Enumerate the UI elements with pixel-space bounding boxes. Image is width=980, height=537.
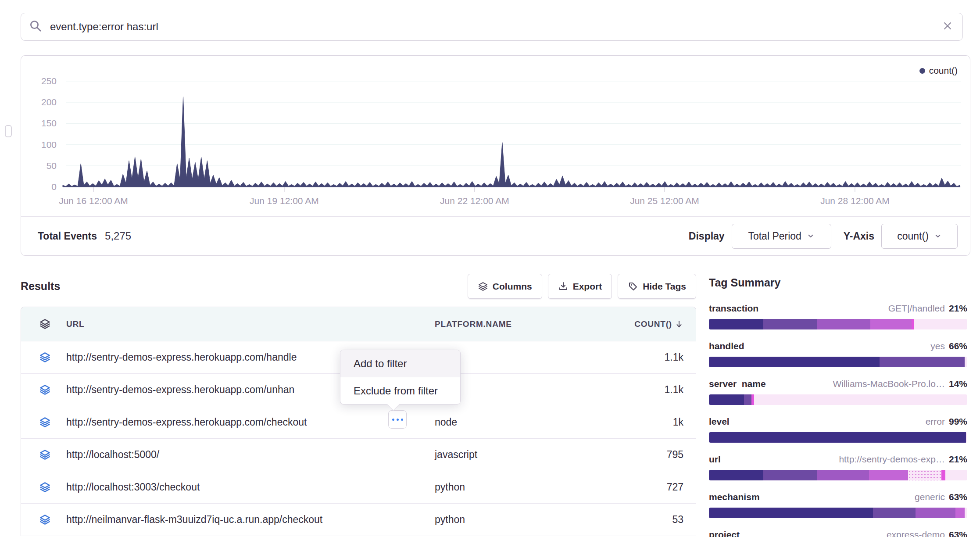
tag-bar-segment[interactable] (870, 319, 912, 329)
tag-bar-segment[interactable] (914, 319, 967, 329)
tag-bar-segment[interactable] (709, 508, 873, 518)
cell-platform[interactable]: javascript (435, 439, 477, 471)
tag-bar-segment[interactable] (709, 319, 763, 329)
tag-bar-segment[interactable] (916, 508, 955, 518)
tag-top-value: generic (915, 492, 945, 502)
table-row[interactable]: http://localhost:3003/checkoutpython727 (21, 471, 696, 503)
tag-bar-segment[interactable] (744, 394, 752, 405)
tag-bar-segment[interactable] (817, 470, 869, 480)
column-header-platform[interactable]: PLATFORM.NAME (435, 307, 512, 341)
cell-count[interactable]: 53 (672, 504, 683, 536)
tag-distribution-bar[interactable] (709, 470, 967, 480)
cell-url[interactable]: http://localhost:5000/ (66, 439, 159, 471)
tag-top-percent: 21% (949, 303, 967, 314)
tag-bar-segment[interactable] (955, 508, 965, 518)
stack-icon (478, 281, 488, 292)
tag-bar-segment[interactable] (941, 470, 945, 480)
layers-icon (39, 384, 51, 397)
table-header-row: URL PLATFORM.NAME COUNT() (21, 307, 696, 341)
events-area-chart[interactable] (62, 71, 961, 193)
tag-distribution-bar[interactable] (709, 394, 967, 405)
cell-count[interactable]: 1k (673, 406, 683, 438)
cell-count[interactable]: 1.1k (665, 341, 683, 373)
tag-top-value: yes (930, 341, 945, 351)
tag-distribution-bar[interactable] (709, 432, 967, 443)
tag-bar-segment[interactable] (966, 432, 967, 443)
total-events-value: 5,275 (105, 230, 131, 242)
panel-resize-handle[interactable] (5, 125, 12, 137)
cell-url[interactable]: http://sentry-demos-express.herokuapp.co… (66, 341, 297, 373)
cell-platform[interactable]: node (435, 406, 457, 438)
cell-url[interactable]: http://sentry-demos-express.herokuapp.co… (66, 406, 307, 438)
cell-platform[interactable]: python (435, 471, 465, 503)
columns-button[interactable]: Columns (468, 274, 542, 299)
display-dropdown[interactable]: Total Period (732, 224, 831, 249)
tag-bar-segment[interactable] (709, 432, 966, 443)
tag-top-value: http://sentry-demos-exp… (839, 454, 945, 465)
tag-bar-segment[interactable] (880, 357, 965, 367)
x-axis-tick-label: Jun 16 12:00 AM (36, 195, 150, 207)
tag-bar-segment[interactable] (908, 470, 942, 480)
tag-distribution-bar[interactable] (709, 357, 967, 367)
hide-tags-button[interactable]: Hide Tags (618, 274, 696, 299)
cell-count[interactable]: 727 (667, 471, 683, 503)
x-axis-tick-label: Jun 28 12:00 AM (798, 195, 912, 207)
display-dropdown-value: Total Period (748, 230, 801, 242)
cell-actions-button[interactable] (388, 410, 407, 429)
x-axis-tick-label: Jun 22 12:00 AM (418, 195, 532, 207)
table-row[interactable]: http://sentry-demos-express.herokuapp.co… (21, 406, 696, 438)
tag-top-value: express-demo (887, 530, 945, 537)
tag-bar-segment[interactable] (965, 508, 967, 518)
layers-icon (39, 514, 51, 527)
column-header-count[interactable]: COUNT() (634, 307, 683, 341)
tag-bar-segment[interactable] (763, 470, 818, 480)
cell-url[interactable]: http://sentry-demos-express.herokuapp.co… (66, 374, 294, 406)
events-chart-panel: count() Total Events 5,275 Display Total… (21, 55, 970, 256)
tag-bar-segment[interactable] (763, 319, 818, 329)
tag-distribution-bar[interactable] (709, 508, 967, 518)
yaxis-dropdown[interactable]: count() (881, 224, 958, 249)
menu-item-exclude-from-filter[interactable]: Exclude from filter (340, 377, 460, 404)
table-row[interactable]: http://neilmanvar-flask-m3uuizd7iq-uc.a.… (21, 503, 696, 536)
tag-bar-segment[interactable] (873, 508, 916, 518)
tag-bar-segment[interactable] (945, 470, 967, 480)
results-heading: Results (21, 280, 60, 293)
cell-platform[interactable]: python (435, 504, 465, 536)
tag-bar-segment[interactable] (754, 394, 967, 405)
cell-count[interactable]: 1.1k (665, 374, 683, 406)
total-events-label: Total Events (38, 230, 97, 242)
export-button[interactable]: Export (548, 274, 612, 299)
layers-icon (39, 481, 51, 495)
table-row[interactable]: http://localhost:5000/javascript795 (21, 438, 696, 471)
results-section: Results Columns Export Hide Tags URL PLA… (21, 274, 696, 536)
tag-bar-segment[interactable] (709, 357, 880, 367)
tag-row: projectexpress-demo63% (709, 530, 967, 537)
search-bar[interactable]: event.type:error has:url (21, 13, 963, 41)
column-header-count-label: COUNT() (634, 307, 672, 341)
tag-bar-segment[interactable] (869, 470, 908, 480)
y-axis-tick-label: 150 (26, 118, 57, 129)
cell-url[interactable]: http://neilmanvar-flask-m3uuizd7iq-uc.a.… (66, 504, 322, 536)
clear-search-icon[interactable] (942, 21, 953, 33)
tag-icon (628, 281, 638, 292)
tag-row: levelerror99% (709, 416, 967, 442)
tag-bar-segment[interactable] (709, 394, 744, 405)
tag-top-value: Williams-MacBook-Pro.lo… (833, 379, 945, 389)
tag-summary-heading: Tag Summary (709, 276, 967, 289)
tag-distribution-bar[interactable] (709, 319, 967, 329)
menu-item-add-to-filter[interactable]: Add to filter (340, 350, 460, 377)
tag-top-percent: 66% (949, 341, 967, 351)
sort-desc-arrow-icon (675, 320, 683, 329)
ellipsis-icon (392, 419, 394, 421)
cell-url[interactable]: http://localhost:3003/checkout (66, 471, 200, 503)
tag-bar-segment[interactable] (965, 357, 967, 367)
y-axis-tick-label: 0 (26, 181, 57, 193)
tag-bar-segment[interactable] (709, 470, 763, 480)
search-input[interactable]: event.type:error has:url (50, 21, 942, 33)
chart-footer: Total Events 5,275 Display Total Period … (21, 216, 970, 255)
column-header-url[interactable]: URL (66, 307, 84, 341)
tag-bar-segment[interactable] (817, 319, 870, 329)
layers-icon (39, 449, 51, 462)
cell-count[interactable]: 795 (667, 439, 683, 471)
tag-top-percent: 14% (949, 379, 967, 389)
